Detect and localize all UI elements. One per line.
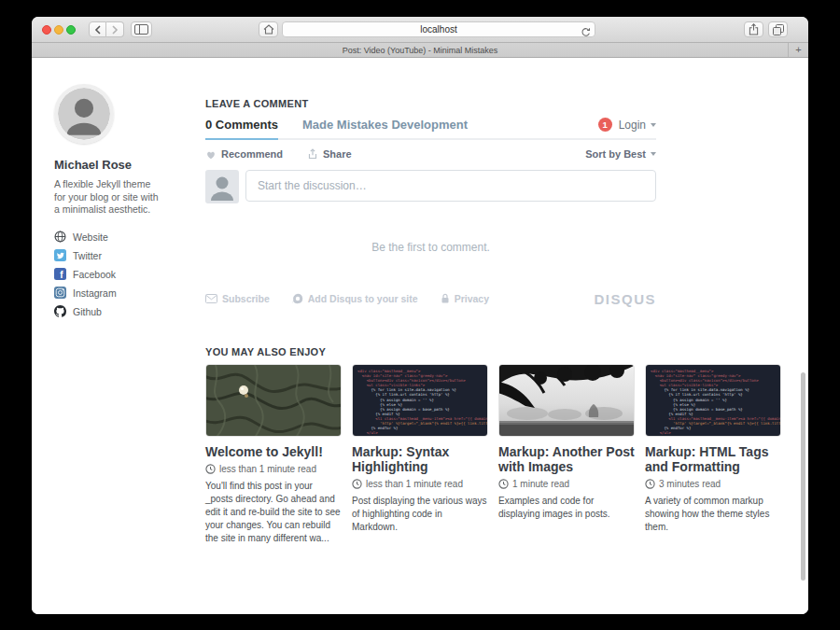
sort-control[interactable]: Sort by Best bbox=[585, 148, 656, 160]
github-icon bbox=[54, 305, 66, 317]
twitter-icon bbox=[54, 249, 66, 261]
related-card[interactable]: <div class="masthead__menu"> <nav id="si… bbox=[645, 364, 781, 545]
author-bio: A flexible Jekyll theme for your blog or… bbox=[54, 178, 159, 217]
login-control[interactable]: 1 Login bbox=[598, 118, 656, 132]
comments-heading: LEAVE A COMMENT bbox=[205, 98, 656, 109]
post-thumbnail-code: <div class="masthead__menu"> <nav id="si… bbox=[645, 364, 781, 437]
post-meta: 1 minute read bbox=[498, 479, 635, 489]
share-comments-button[interactable]: Share bbox=[307, 148, 352, 160]
post-title[interactable]: Markup: Syntax Highlighting bbox=[352, 444, 488, 474]
chevron-right-icon bbox=[111, 25, 119, 35]
browser-window: localhost Post: Video (YouTube) - Minima… bbox=[32, 17, 808, 614]
comment-section: LEAVE A COMMENT 0 Comments Made Mistakes… bbox=[205, 98, 656, 304]
new-tab-button[interactable]: + bbox=[788, 43, 808, 57]
heart-icon bbox=[205, 149, 217, 160]
scrollbar-thumb[interactable] bbox=[801, 372, 805, 581]
author-link-facebook[interactable]: f Facebook bbox=[54, 265, 175, 284]
clock-icon bbox=[645, 479, 655, 489]
back-button[interactable] bbox=[89, 21, 106, 37]
composer-avatar bbox=[205, 170, 239, 203]
refresh-icon bbox=[581, 27, 591, 38]
comments-count-tab[interactable]: 0 Comments bbox=[205, 118, 278, 140]
comment-composer bbox=[205, 170, 656, 203]
facebook-icon: f bbox=[54, 268, 66, 280]
subscribe-link[interactable]: Subscribe bbox=[205, 293, 270, 304]
share-arrow-icon bbox=[307, 148, 318, 160]
clock-icon bbox=[498, 479, 509, 489]
post-excerpt: You'll find this post in your _posts dir… bbox=[205, 480, 342, 545]
share-icon bbox=[749, 23, 759, 35]
address-bar[interactable]: localhost bbox=[282, 21, 595, 37]
author-name: Michael Rose bbox=[54, 158, 175, 172]
chevron-left-icon bbox=[94, 25, 102, 35]
post-thumbnail-foggy-tree bbox=[498, 364, 635, 437]
comment-input[interactable] bbox=[245, 170, 656, 202]
related-card[interactable]: <div class="masthead__menu"> <nav id="si… bbox=[352, 364, 488, 545]
refresh-button[interactable] bbox=[581, 25, 591, 42]
tab-title[interactable]: Post: Video (YouTube) - Minimal Mistakes bbox=[343, 46, 498, 55]
avatar-silhouette-icon bbox=[205, 170, 239, 203]
home-icon bbox=[263, 24, 274, 35]
post-title[interactable]: Markup: Another Post with Images bbox=[498, 444, 635, 474]
author-link-website[interactable]: Website bbox=[54, 228, 175, 246]
clock-icon bbox=[205, 464, 216, 474]
add-disqus-link[interactable]: Add Disqus to your site bbox=[292, 293, 418, 304]
privacy-link[interactable]: Privacy bbox=[441, 293, 489, 304]
author-links: Website Twitter f Facebook Instagram Git… bbox=[54, 228, 175, 321]
disqus-logo[interactable]: DISQUS bbox=[594, 291, 656, 307]
minimize-window-button[interactable] bbox=[54, 25, 63, 35]
author-avatar bbox=[54, 84, 114, 144]
post-title[interactable]: Welcome to Jekyll! bbox=[205, 444, 342, 459]
related-posts-section: YOU MAY ALSO ENJOY bbox=[205, 346, 784, 545]
sidebar-toggle-icon bbox=[134, 24, 148, 35]
zoom-window-button[interactable] bbox=[66, 25, 76, 35]
page-content: Michael Rose A flexible Jekyll theme for… bbox=[32, 58, 808, 614]
envelope-icon bbox=[205, 294, 217, 303]
login-badge: 1 bbox=[598, 118, 612, 132]
chevron-down-icon bbox=[651, 152, 656, 156]
sidebar-toggle-button[interactable] bbox=[131, 21, 152, 37]
post-title[interactable]: Markup: HTML Tags and Formatting bbox=[645, 444, 781, 474]
post-excerpt: Examples and code for displaying images … bbox=[498, 495, 635, 521]
post-meta: 3 minutes read bbox=[645, 479, 781, 489]
related-heading: YOU MAY ALSO ENJOY bbox=[205, 346, 784, 357]
chevron-down-icon bbox=[651, 123, 656, 127]
share-button[interactable] bbox=[744, 21, 763, 37]
post-thumbnail-green-macro bbox=[205, 364, 342, 437]
post-excerpt: A variety of common markup showing how t… bbox=[645, 495, 781, 534]
tab-overview-icon bbox=[773, 24, 784, 35]
avatar-silhouette-icon bbox=[58, 88, 110, 140]
disqus-tabs: 0 Comments Made Mistakes Development 1 L… bbox=[205, 118, 656, 140]
globe-icon bbox=[54, 231, 66, 243]
history-nav-group bbox=[89, 21, 124, 37]
recommend-button[interactable]: Recommend bbox=[205, 148, 283, 160]
author-sidebar: Michael Rose A flexible Jekyll theme for… bbox=[54, 84, 175, 336]
tab-overview-button[interactable] bbox=[768, 21, 788, 37]
empty-comments-message: Be the first to comment. bbox=[205, 241, 656, 254]
author-link-instagram[interactable]: Instagram bbox=[54, 284, 175, 302]
disqus-footer: Subscribe Add Disqus to your site Privac… bbox=[205, 293, 656, 304]
disqus-actions: Recommend Share Sort by Best bbox=[205, 147, 656, 161]
disqus-bubble-icon bbox=[292, 293, 303, 304]
related-cards: Welcome to Jekyll! less than 1 minute re… bbox=[205, 364, 784, 545]
community-tab[interactable]: Made Mistakes Development bbox=[302, 118, 468, 138]
clock-icon bbox=[352, 479, 362, 489]
related-card[interactable]: Welcome to Jekyll! less than 1 minute re… bbox=[205, 364, 342, 545]
post-excerpt: Post displaying the various ways of high… bbox=[352, 495, 488, 534]
address-bar-url: localhost bbox=[420, 24, 456, 35]
screenshot-root: { "browser": { "url": "localhost", "tab_… bbox=[0, 0, 840, 630]
instagram-icon bbox=[54, 287, 66, 299]
post-meta: less than 1 minute read bbox=[352, 479, 488, 489]
browser-toolbar: localhost bbox=[32, 17, 808, 43]
author-link-github[interactable]: Github bbox=[54, 302, 175, 321]
post-thumbnail-code: <div class="masthead__menu"> <nav id="si… bbox=[352, 364, 488, 437]
author-link-twitter[interactable]: Twitter bbox=[54, 246, 175, 265]
lock-icon bbox=[441, 293, 450, 304]
close-window-button[interactable] bbox=[42, 25, 51, 35]
related-card[interactable]: Markup: Another Post with Images 1 minut… bbox=[498, 364, 635, 545]
tab-bar: Post: Video (YouTube) - Minimal Mistakes… bbox=[32, 43, 808, 58]
forward-button[interactable] bbox=[106, 21, 124, 37]
home-button[interactable] bbox=[259, 21, 278, 37]
login-label: Login bbox=[619, 119, 646, 132]
post-meta: less than 1 minute read bbox=[205, 464, 342, 474]
